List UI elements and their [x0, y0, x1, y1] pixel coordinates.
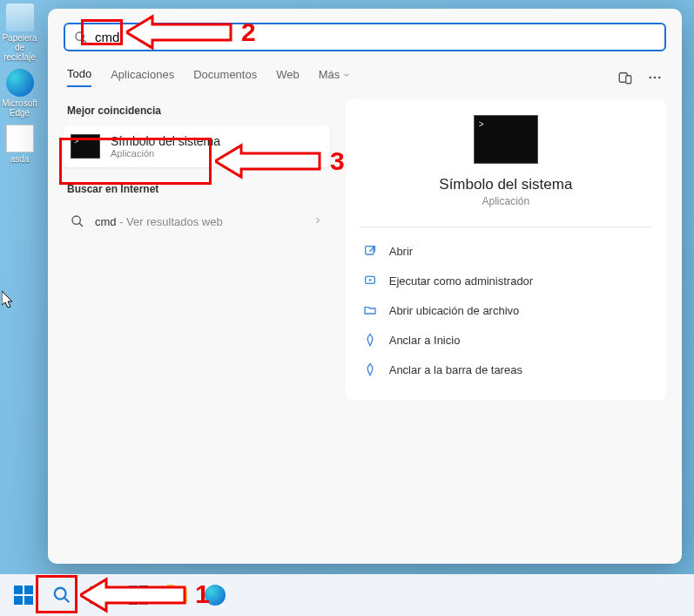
best-match-result[interactable]: Símbolo del sistema Aplicación	[64, 125, 330, 167]
widgets-icon	[129, 586, 148, 605]
shield-icon	[363, 274, 377, 288]
tab-web[interactable]: Web	[276, 68, 300, 86]
action-label: Abrir ubicación de archivo	[389, 304, 520, 317]
svg-line-13	[64, 598, 70, 603]
chevron-down-icon	[342, 71, 351, 79]
divider	[360, 227, 652, 227]
tab-more[interactable]: Más	[319, 68, 352, 86]
tab-apps[interactable]: Aplicaciones	[111, 68, 174, 86]
folder-icon	[166, 587, 187, 603]
desktop-icon-recycle[interactable]: Papelera de reciclaje	[0, 0, 39, 65]
action-pin-start[interactable]: Anclar a Inicio	[360, 325, 652, 355]
desktop-icon-label: asda	[10, 154, 30, 164]
svg-line-8	[79, 223, 83, 227]
svg-point-0	[76, 32, 84, 40]
search-icon	[74, 30, 88, 44]
action-open[interactable]: Abrir	[360, 236, 652, 266]
recycle-bin-icon	[6, 3, 34, 31]
start-button[interactable]	[7, 579, 40, 612]
tab-more-label: Más	[319, 68, 340, 81]
web-query: cmd	[95, 215, 117, 228]
result-title: Símbolo del sistema	[111, 134, 220, 148]
search-input[interactable]	[95, 30, 656, 44]
action-label: Anclar a la barra de tareas	[389, 363, 522, 376]
taskbar-explorer-button[interactable]	[160, 579, 193, 612]
svg-line-1	[83, 39, 86, 43]
result-subtitle: Aplicación	[111, 148, 220, 159]
search-box[interactable]	[64, 23, 666, 51]
web-heading: Buscar en Internet	[67, 183, 327, 195]
desktop-icons: Papelera de reciclaje Microsoft Edge asd…	[0, 0, 39, 167]
svg-marker-17	[2, 291, 12, 308]
desktop-icon-label: Microsoft Edge	[2, 98, 37, 118]
action-label: Anclar a Inicio	[389, 334, 461, 347]
taskbar-edge-button[interactable]	[199, 579, 232, 612]
preview-pane: Símbolo del sistema Aplicación Abrir Eje…	[346, 99, 666, 400]
open-icon	[363, 244, 377, 258]
chevron-right-icon	[313, 215, 323, 228]
svg-point-7	[72, 216, 80, 224]
preview-title: Símbolo del sistema	[439, 176, 572, 193]
web-result[interactable]: cmd - Ver resultados web	[64, 204, 330, 239]
cmd-icon	[71, 134, 100, 159]
taskbar-taskview-button[interactable]	[84, 579, 117, 612]
edge-icon	[6, 69, 34, 97]
text-document-icon	[6, 125, 34, 152]
action-location[interactable]: Abrir ubicación de archivo	[360, 295, 652, 325]
search-icon	[71, 214, 84, 228]
svg-point-4	[649, 76, 651, 78]
edge-icon	[205, 585, 226, 606]
windows-logo-icon	[14, 586, 33, 605]
action-pin-taskbar[interactable]: Anclar a la barra de tareas	[360, 355, 652, 384]
action-label: Ejecutar como administrador	[389, 274, 533, 288]
preview-subtitle: Aplicación	[482, 195, 530, 207]
search-panel: Todo Aplicaciones Documentos Web Más Mej…	[48, 9, 682, 564]
desktop-icon-edge[interactable]: Microsoft Edge	[0, 65, 39, 121]
best-match-heading: Mejor coincidencia	[67, 105, 327, 117]
taskbar-search-button[interactable]	[45, 579, 78, 612]
search-tabs: Todo Aplicaciones Documentos Web Más	[67, 67, 663, 87]
results-column: Mejor coincidencia Símbolo del sistema A…	[64, 99, 330, 400]
folder-icon	[363, 303, 377, 317]
more-icon[interactable]	[647, 70, 663, 85]
svg-point-6	[658, 76, 661, 78]
phone-link-icon[interactable]	[617, 70, 633, 85]
svg-rect-3	[626, 75, 631, 83]
cmd-icon	[474, 115, 538, 164]
taskbar	[0, 574, 694, 616]
svg-rect-9	[365, 247, 373, 254]
desktop-icon-doc[interactable]: asda	[0, 121, 39, 167]
pin-icon	[363, 333, 377, 347]
taskbar-widgets-button[interactable]	[122, 579, 155, 612]
action-admin[interactable]: Ejecutar como administrador	[360, 266, 652, 295]
action-label: Abrir	[389, 245, 413, 258]
svg-point-5	[654, 76, 657, 78]
tab-documents[interactable]: Documentos	[193, 68, 257, 86]
cursor-icon	[2, 291, 14, 308]
desktop-icon-label: Papelera de reciclaje	[2, 33, 37, 62]
tab-all[interactable]: Todo	[67, 67, 91, 87]
pin-icon	[363, 362, 377, 376]
search-icon	[52, 586, 71, 605]
web-sub: - Ver resultados web	[117, 215, 223, 228]
taskview-icon	[90, 586, 111, 604]
svg-point-12	[55, 588, 66, 599]
